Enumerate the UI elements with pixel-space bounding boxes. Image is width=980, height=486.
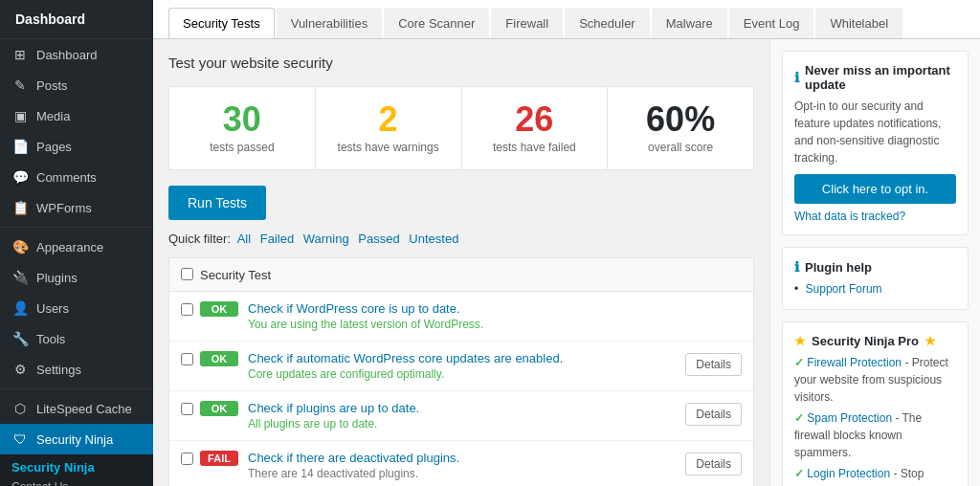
details-button[interactable]: Details <box>685 353 742 376</box>
test-info: Check if there are deactivated plugins. … <box>248 451 678 480</box>
plugin-help-title-text: Plugin help <box>805 260 872 275</box>
tabs-bar: Security Tests Vulnerabilities Core Scan… <box>153 0 980 39</box>
filter-passed[interactable]: Passed <box>358 232 399 246</box>
appearance-icon: 🎨 <box>11 239 29 254</box>
sidebar-item-label: Users <box>36 301 69 316</box>
sidebar-item-posts[interactable]: ✎ Posts <box>0 70 153 100</box>
stat-failed: 26 tests have failed <box>462 87 609 169</box>
test-badge-ok: OK <box>200 301 238 317</box>
row-checkbox-wrap <box>181 453 200 468</box>
pro-feature-firewall: ✓ Firewall Protection - Protect your web… <box>794 354 956 406</box>
tab-core-scanner[interactable]: Core Scanner <box>384 8 489 38</box>
details-button[interactable]: Details <box>685 403 742 426</box>
stat-warnings-label: tests have warnings <box>323 141 454 154</box>
sidebar-item-dashboard[interactable]: ⊞ Dashboard <box>0 39 153 70</box>
stat-score: 60% overall score <box>608 87 753 169</box>
filter-all[interactable]: All <box>237 232 251 246</box>
tab-firewall[interactable]: Firewall <box>491 8 563 38</box>
row-checkbox-wrap <box>181 353 200 368</box>
opt-in-button[interactable]: Click here to opt in. <box>794 174 956 204</box>
row-checkbox[interactable] <box>181 403 193 415</box>
tab-scheduler[interactable]: Scheduler <box>565 8 650 38</box>
sidebar-item-label: Media <box>36 109 70 123</box>
media-icon: ▣ <box>11 108 29 123</box>
check-icon: ✓ <box>794 411 804 425</box>
details-button[interactable]: Details <box>685 453 742 475</box>
test-badge-fail: FAIL <box>200 451 238 466</box>
tab-security-tests[interactable]: Security Tests <box>168 8 275 38</box>
stat-passed-label: tests passed <box>177 141 307 154</box>
table-row: OK Check if WordPress core is up to date… <box>169 292 753 342</box>
tracked-data-link[interactable]: What data is tracked? <box>794 210 956 223</box>
table-row: OK Check if automatic WordPress core upd… <box>169 342 753 391</box>
star-icon: ★ <box>794 334 806 348</box>
row-checkbox[interactable] <box>181 453 193 465</box>
sidebar-item-users[interactable]: 👤 Users <box>0 293 153 323</box>
test-badge-ok: OK <box>200 401 238 416</box>
main-area: Security Tests Vulnerabilities Core Scan… <box>153 0 980 486</box>
run-tests-button[interactable]: Run Tests <box>168 186 266 220</box>
content-wrap: Test your website security 30 tests pass… <box>153 39 980 486</box>
test-info: Check if plugins are up to date. All plu… <box>248 401 678 431</box>
sidebar-item-settings[interactable]: ⚙ Settings <box>0 354 153 385</box>
pages-icon: 📄 <box>11 139 29 154</box>
sidebar-item-pages[interactable]: 📄 Pages <box>0 131 153 162</box>
sidebar-item-label: Appearance <box>36 240 103 254</box>
contact-us-link[interactable]: Contact Us <box>11 478 142 486</box>
sidebar-item-securityninja[interactable]: 🛡 Security Ninja <box>0 424 153 454</box>
sidebar-item-media[interactable]: ▣ Media <box>0 100 153 131</box>
litespeed-icon: ⬡ <box>11 401 29 416</box>
quick-filter: Quick filter: All Failed Warning Passed … <box>168 232 754 246</box>
securityninja-icon: 🛡 <box>11 431 29 447</box>
test-desc: There are 14 deactivated plugins. <box>248 467 678 480</box>
table-row: OK Check if plugins are up to date. All … <box>169 391 753 441</box>
users-icon: 👤 <box>11 300 29 316</box>
plugin-help-links: Support Forum <box>794 280 956 298</box>
header-checkbox-wrap <box>181 268 200 283</box>
row-checkbox-wrap <box>181 403 200 418</box>
ninja-section: Security Ninja Contact Us Upgrade ► <box>0 454 153 486</box>
update-card-desc: Opt-in to our security and feature updat… <box>794 98 956 166</box>
sidebar-item-label: Posts <box>36 78 68 93</box>
tab-event-log[interactable]: Event Log <box>729 8 814 38</box>
table-header-label: Security Test <box>200 268 271 282</box>
tab-malware[interactable]: Malware <box>652 8 727 38</box>
filter-failed[interactable]: Failed <box>260 232 294 246</box>
tab-vulnerabilities[interactable]: Vulnerabilities <box>277 8 382 38</box>
right-panel: ℹ Never miss an important update Opt-in … <box>769 39 980 486</box>
sidebar-item-label: LiteSpeed Cache <box>36 402 132 416</box>
filter-untested[interactable]: Untested <box>409 232 458 246</box>
plugin-help-card: ℹ Plugin help Support Forum <box>782 247 969 310</box>
tab-whitelabel[interactable]: Whitelabel <box>815 8 902 38</box>
sidebar-item-litespeed[interactable]: ⬡ LiteSpeed Cache <box>0 393 153 424</box>
stat-warnings-number: 2 <box>323 102 454 137</box>
test-name: Check if plugins are up to date. <box>248 401 678 415</box>
sidebar-item-comments[interactable]: 💬 Comments <box>0 162 153 192</box>
row-checkbox[interactable] <box>181 303 193 316</box>
sidebar-item-appearance[interactable]: 🎨 Appearance <box>0 232 153 262</box>
sidebar-item-label: Tools <box>36 332 65 346</box>
info-icon: ℹ <box>794 70 799 85</box>
support-forum-link[interactable]: Support Forum <box>806 282 882 296</box>
test-desc: All plugins are up to date. <box>248 417 678 431</box>
comments-icon: 💬 <box>11 169 29 185</box>
sidebar-item-wpforms[interactable]: 📋 WPForms <box>0 192 153 223</box>
pro-card: ★ Security Ninja Pro ★ ✓ Firewall Protec… <box>782 321 969 486</box>
stat-passed-number: 30 <box>177 102 307 137</box>
stat-failed-label: tests have failed <box>470 141 600 154</box>
stat-warnings: 2 tests have warnings <box>316 87 462 169</box>
update-card-title: ℹ Never miss an important update <box>794 63 956 92</box>
sidebar-item-label: Settings <box>36 363 81 377</box>
wpforms-icon: 📋 <box>11 200 29 215</box>
stats-row: 30 tests passed 2 tests have warnings 26… <box>168 86 754 170</box>
select-all-checkbox[interactable] <box>181 268 193 280</box>
sidebar-item-label: Dashboard <box>36 48 98 62</box>
filter-warning[interactable]: Warning <box>303 232 349 246</box>
row-checkbox[interactable] <box>181 353 193 365</box>
info-icon-2: ℹ <box>794 259 799 275</box>
sidebar-divider-2 <box>0 388 153 389</box>
sidebar-item-tools[interactable]: 🔧 Tools <box>0 323 153 354</box>
sidebar-item-plugins[interactable]: 🔌 Plugins <box>0 262 153 293</box>
feature-label: Spam Protection <box>807 411 892 425</box>
sidebar: Dashboard ⊞ Dashboard ✎ Posts ▣ Media 📄 … <box>0 0 153 486</box>
